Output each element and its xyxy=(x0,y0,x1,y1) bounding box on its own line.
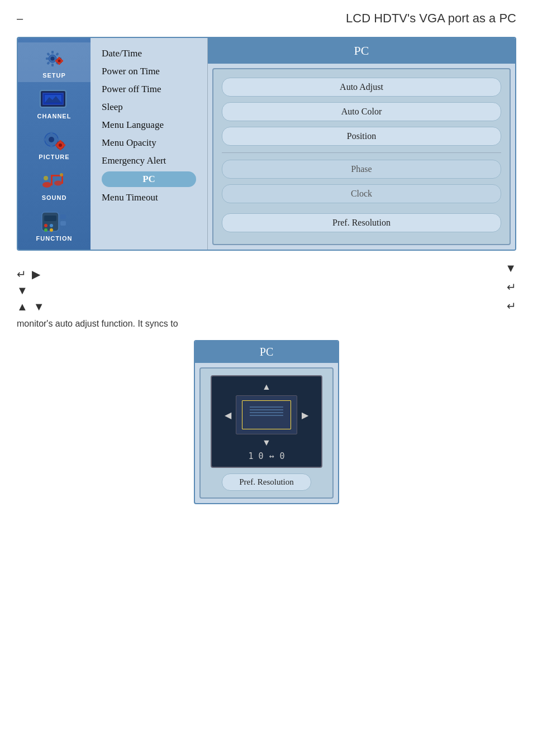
right-nav-down-icon: ▼ xyxy=(505,262,516,275)
down-key2-icon: ▼ xyxy=(34,300,45,313)
sidebar-item-picture[interactable]: PICTURE xyxy=(18,124,91,164)
sidebar-item-setup[interactable]: SETUP xyxy=(18,42,91,82)
pos-h-value: 1 0 xyxy=(248,451,263,461)
sidebar-label-setup: SETUP xyxy=(42,72,66,79)
svg-rect-41 xyxy=(44,216,56,221)
svg-rect-15 xyxy=(61,60,63,61)
right-key-icon: ▶ xyxy=(32,267,40,281)
svg-rect-4 xyxy=(46,58,49,60)
nav-right-row3: ↵ xyxy=(505,299,516,313)
header-title: LCD HDTV's VGA port as a PC xyxy=(346,11,516,26)
main-menu: SETUP CHANNEL xyxy=(17,37,516,251)
sidebar-label-channel: CHANNEL xyxy=(37,113,72,119)
right-item-position[interactable]: Position xyxy=(222,127,501,146)
bottom-pc-header: PC xyxy=(195,341,338,363)
position-screen-inner xyxy=(242,400,291,429)
menu-item-power-off[interactable]: Power off Time xyxy=(102,82,196,97)
screen-line-4 xyxy=(250,415,283,416)
svg-point-11 xyxy=(58,59,61,62)
svg-rect-31 xyxy=(55,144,58,146)
nav-right-row1: ▼ xyxy=(505,262,516,275)
bottom-section: PC ▲ ◀ xyxy=(17,340,516,504)
svg-rect-47 xyxy=(60,221,66,226)
svg-rect-30 xyxy=(60,148,61,150)
right-nav-enter-icon: ↵ xyxy=(507,280,516,294)
svg-point-43 xyxy=(50,224,53,227)
nav-row-down: ▼ xyxy=(17,284,45,297)
position-screen xyxy=(236,395,297,434)
position-middle-row: ◀ ▶ xyxy=(217,395,316,434)
sidebar-label-picture: PICTURE xyxy=(39,154,69,160)
right-panel-content: Auto Adjust Auto Color Position Phase Cl… xyxy=(212,68,511,245)
up-key-icon: ▲ xyxy=(17,300,28,313)
picture-icon xyxy=(37,127,71,152)
position-display: ▲ ◀ ▶ ▼ xyxy=(211,375,322,468)
svg-point-28 xyxy=(59,143,62,147)
pos-v-value: 0 xyxy=(280,451,285,461)
sound-icon xyxy=(37,168,71,193)
right-item-phase[interactable]: Phase xyxy=(222,160,501,179)
svg-point-1 xyxy=(51,56,55,60)
menu-item-menu-opacity[interactable]: Menu Opacity xyxy=(102,136,196,150)
svg-point-45 xyxy=(50,228,53,232)
down-key-icon: ▼ xyxy=(17,284,28,297)
header-dash: – xyxy=(17,12,23,25)
right-nav-enter2-icon: ↵ xyxy=(507,299,516,313)
menu-item-menu-timeout[interactable]: Menu Timeout xyxy=(102,190,196,205)
menu-item-sleep[interactable]: Sleep xyxy=(102,100,196,114)
channel-icon xyxy=(37,87,71,112)
svg-rect-29 xyxy=(60,140,61,142)
svg-rect-25 xyxy=(44,138,46,141)
right-item-pref-resolution[interactable]: Pref. Resolution xyxy=(222,213,501,232)
nav-row-up-down: ▲ ▼ xyxy=(17,300,45,313)
position-right-arrow: ▶ xyxy=(302,410,308,420)
svg-rect-3 xyxy=(51,64,54,66)
position-screen-lines xyxy=(250,406,283,423)
svg-rect-46 xyxy=(60,214,66,219)
svg-rect-23 xyxy=(50,132,53,135)
gear-icon xyxy=(37,46,71,71)
menu-item-datetime[interactable]: Date/Time xyxy=(102,46,196,61)
position-up-arrow: ▲ xyxy=(262,382,271,392)
sidebar-item-sound[interactable]: SOUND xyxy=(18,165,91,204)
nav-row-enter-right: ↵ ▶ xyxy=(17,267,45,281)
svg-rect-14 xyxy=(55,60,58,61)
sidebar-label-sound: SOUND xyxy=(42,194,67,201)
right-item-clock[interactable]: Clock xyxy=(222,184,501,203)
menu-item-menu-language[interactable]: Menu Language xyxy=(102,118,196,132)
svg-rect-40 xyxy=(42,212,59,231)
right-divider xyxy=(222,152,501,153)
nav-left: ↵ ▶ ▼ ▲ ▼ xyxy=(17,267,45,313)
screen-line-1 xyxy=(250,406,283,408)
menu-item-emergency-alert[interactable]: Emergency Alert xyxy=(102,154,196,168)
svg-point-39 xyxy=(60,173,63,176)
sidebar: SETUP CHANNEL xyxy=(18,38,91,250)
svg-point-42 xyxy=(44,224,47,227)
middle-menu-panel: Date/Time Power on Time Power off Time S… xyxy=(91,38,208,250)
bottom-pref-resolution[interactable]: Pref. Resolution xyxy=(222,473,311,491)
menu-item-power-on[interactable]: Power on Time xyxy=(102,64,196,79)
pos-arrow-mid: ↔ xyxy=(269,451,274,461)
svg-rect-26 xyxy=(56,138,59,141)
nav-right-row2: ↵ xyxy=(505,280,516,294)
svg-point-22 xyxy=(49,137,54,142)
function-icon xyxy=(37,209,71,234)
nav-right-block: ▼ ↵ ↵ xyxy=(505,262,516,313)
screen-line-2 xyxy=(250,409,283,410)
header: – LCD HDTV's VGA port as a PC xyxy=(0,0,533,31)
sidebar-item-channel[interactable]: CHANNEL xyxy=(18,83,91,123)
right-panel: PC Auto Adjust Auto Color Position Phase… xyxy=(208,38,515,250)
nav-section: ↵ ▶ ▼ ▲ ▼ ▼ ↵ ↵ xyxy=(17,262,516,313)
svg-point-35 xyxy=(54,180,62,185)
position-down-arrow: ▼ xyxy=(262,438,271,448)
bottom-pc-content: ▲ ◀ ▶ ▼ xyxy=(199,367,334,499)
svg-rect-2 xyxy=(51,51,54,54)
svg-rect-13 xyxy=(59,63,60,65)
sidebar-item-function[interactable]: FUNCTION xyxy=(18,205,91,245)
right-item-auto-color[interactable]: Auto Color xyxy=(222,102,501,121)
svg-point-38 xyxy=(44,176,48,180)
right-item-auto-adjust[interactable]: Auto Adjust xyxy=(222,78,501,97)
screen-line-3 xyxy=(250,412,283,413)
menu-item-pc[interactable]: PC xyxy=(102,171,196,187)
svg-point-33 xyxy=(42,182,51,188)
